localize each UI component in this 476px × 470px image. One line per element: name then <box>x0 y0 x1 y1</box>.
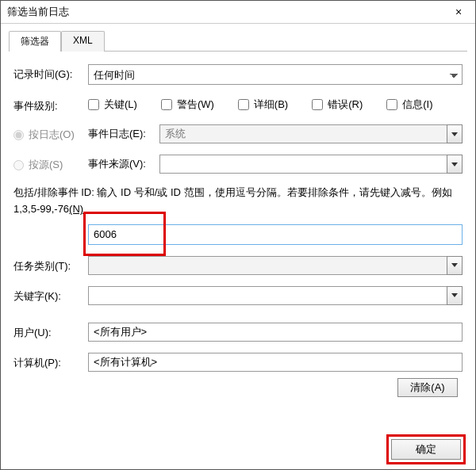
close-button[interactable]: × <box>442 1 475 23</box>
row-level: 事件级别: 关键(L) 警告(W) 详细(B) <box>13 96 463 113</box>
chevron-down-icon <box>451 132 458 136</box>
ok-button[interactable]: 确定 <box>391 439 461 460</box>
computer-input[interactable] <box>88 353 463 372</box>
row-task: 任务类别(T): <box>13 256 463 275</box>
row-computer: 计算机(P): <box>13 353 463 372</box>
chk-error-box[interactable] <box>312 99 323 110</box>
chk-verbose-box[interactable] <box>238 99 249 110</box>
keyword-input[interactable] <box>88 286 447 305</box>
clear-button-label: 清除(A) <box>410 381 444 393</box>
include-desc-u: (N) <box>69 203 83 215</box>
keyword-combo[interactable] <box>88 286 463 305</box>
event-id-input[interactable] <box>88 224 463 245</box>
row-keyword: 关键字(K): <box>13 286 463 305</box>
radio-bylog-label: 按日志(O) <box>29 128 75 142</box>
title-bar: 筛选当前日志 × <box>1 1 475 24</box>
chk-critical-box[interactable] <box>88 99 99 110</box>
level-checks: 关键(L) 警告(W) 详细(B) 错误(R) <box>88 96 463 112</box>
radio-bylog: 按日志(O) <box>13 124 88 142</box>
eventlog-combo <box>159 124 463 143</box>
row-user: 用户(U): <box>13 323 463 342</box>
logged-select[interactable]: 任何时间 <box>88 64 463 85</box>
footer-buttons: 确定 <box>391 439 461 460</box>
radio-bysource-label: 按源(S) <box>29 158 63 172</box>
tab-filter-label: 筛选器 <box>21 36 49 47</box>
chk-warning-box[interactable] <box>161 99 172 110</box>
task-input <box>88 256 447 275</box>
include-desc: 包括/排除事件 ID: 输入 ID 号和/或 ID 范围，使用逗号分隔。若要排除… <box>13 185 463 218</box>
chk-info[interactable]: 信息(I) <box>386 97 432 112</box>
chevron-down-icon <box>451 263 458 267</box>
chk-info-box[interactable] <box>386 99 397 110</box>
keyword-label: 关键字(K): <box>13 286 88 304</box>
chk-error-label: 错误(R) <box>328 97 363 112</box>
chevron-down-icon <box>451 293 458 297</box>
clear-button[interactable]: 清除(A) <box>397 378 458 397</box>
tab-filter[interactable]: 筛选器 <box>9 31 61 52</box>
level-label: 事件级别: <box>13 96 88 113</box>
tab-bar: 筛选器 XML <box>9 30 467 52</box>
row-logged: 记录时间(G): 任何时间 <box>13 64 463 85</box>
content-area: 筛选器 XML 记录时间(G): 任何时间 事件级别: <box>1 24 475 405</box>
ok-button-label: 确定 <box>416 443 436 455</box>
row-bylog: 按日志(O) 事件日志(E): <box>13 124 463 143</box>
radio-bysource: 按源(S) <box>13 155 88 172</box>
radio-bysource-input <box>13 160 24 170</box>
task-combo <box>88 256 463 275</box>
eventid-wrap <box>88 224 463 245</box>
row-bysource: 按源(S) 事件来源(V): <box>13 155 463 174</box>
keyword-dropdown-btn[interactable] <box>447 286 463 305</box>
ok-wrap: 确定 <box>391 439 461 460</box>
tab-xml[interactable]: XML <box>61 31 105 52</box>
user-input[interactable] <box>88 323 463 342</box>
chk-info-label: 信息(I) <box>402 97 432 112</box>
chevron-down-icon <box>451 162 458 166</box>
eventsrc-combo[interactable] <box>159 155 463 174</box>
dialog-window: 筛选当前日志 × 筛选器 XML 记录时间(G): 任何时间 <box>0 0 476 470</box>
chk-critical-label: 关键(L) <box>104 97 137 112</box>
form-area: 记录时间(G): 任何时间 事件级别: 关键(L) <box>9 63 467 397</box>
chk-warning-label: 警告(W) <box>177 97 214 112</box>
user-label: 用户(U): <box>13 323 88 340</box>
chk-verbose-label: 详细(B) <box>254 97 288 112</box>
chk-error[interactable]: 错误(R) <box>312 97 363 112</box>
eventsrc-label: 事件来源(V): <box>88 157 152 171</box>
eventsrc-input[interactable] <box>159 155 447 174</box>
tab-xml-label: XML <box>73 35 93 46</box>
eventlog-dropdown-btn <box>447 124 463 143</box>
eventsrc-dropdown-btn[interactable] <box>447 155 463 174</box>
task-label: 任务类别(T): <box>13 256 88 273</box>
chk-verbose[interactable]: 详细(B) <box>238 97 288 112</box>
eventlog-input <box>159 124 447 143</box>
task-dropdown-btn <box>447 256 463 275</box>
clear-row: 清除(A) <box>13 378 458 397</box>
computer-label: 计算机(P): <box>13 353 88 370</box>
window-title: 筛选当前日志 <box>7 1 69 23</box>
radio-bylog-input <box>13 130 24 140</box>
chk-critical[interactable]: 关键(L) <box>88 97 137 112</box>
chk-warning[interactable]: 警告(W) <box>161 97 214 112</box>
close-icon: × <box>455 1 462 23</box>
eventlog-label: 事件日志(E): <box>88 127 152 141</box>
logged-label: 记录时间(G): <box>13 64 88 82</box>
